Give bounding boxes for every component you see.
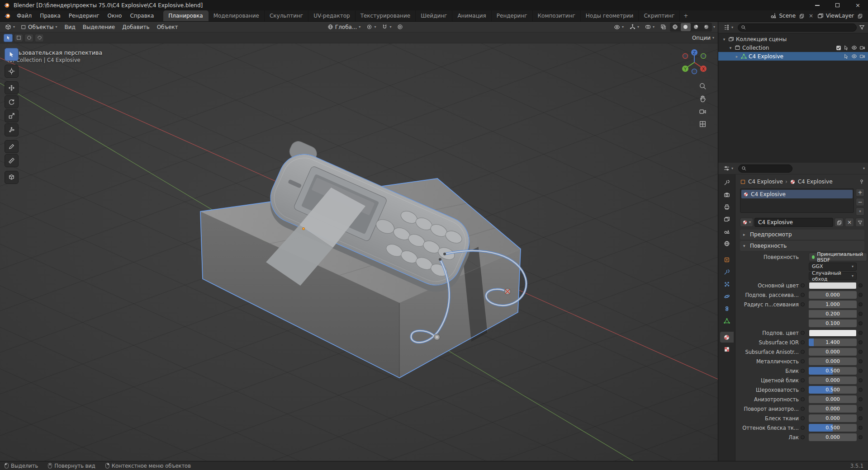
snap-toggle[interactable]: ▾	[379, 24, 394, 30]
workspace-tab[interactable]: Анимация	[452, 10, 491, 21]
new-viewlayer-button[interactable]	[856, 12, 863, 19]
socket-dot[interactable]	[801, 397, 805, 401]
value-slider[interactable]: 1.000	[809, 301, 857, 308]
value-slider[interactable]: 0.000	[809, 395, 857, 403]
outliner-row-collection[interactable]: ▾ Collection	[718, 43, 868, 52]
perspective-toggle-icon[interactable]	[699, 120, 707, 128]
decorator-dot[interactable]	[859, 416, 863, 420]
tool-annotate[interactable]	[5, 140, 19, 153]
value-slider[interactable]: 0.000	[809, 433, 857, 441]
hide-eye-icon[interactable]	[851, 53, 857, 59]
minimize-button[interactable]	[807, 0, 827, 10]
socket-dot[interactable]	[801, 378, 805, 382]
value-slider[interactable]: 0.500	[809, 386, 857, 394]
maximize-button[interactable]	[827, 0, 848, 10]
3d-scene[interactable]	[0, 43, 718, 461]
chevron-down-icon[interactable]: ▾	[713, 25, 715, 29]
decorator-dot[interactable]	[859, 302, 863, 306]
tool-rotate[interactable]	[5, 95, 19, 108]
disable-render-camera-icon[interactable]	[859, 45, 865, 51]
breadcrumb-material[interactable]: C4 Explosive	[798, 179, 833, 185]
slot-specials-button[interactable]: ▾	[856, 207, 864, 216]
pivot-point-selector[interactable]: ▾	[364, 24, 378, 30]
select-box-button[interactable]	[14, 34, 23, 42]
socket-dot[interactable]	[801, 407, 805, 411]
editor-type-button[interactable]: ▾	[3, 24, 17, 31]
workspace-tab[interactable]: Планировка	[163, 10, 208, 21]
shading-wireframe-button[interactable]	[670, 23, 680, 31]
socket-dot[interactable]	[801, 369, 805, 373]
close-button[interactable]: ×	[848, 0, 868, 10]
decorator-dot[interactable]	[859, 407, 863, 411]
pan-hand-icon[interactable]	[699, 95, 707, 103]
chevron-down-icon[interactable]: ▾	[863, 167, 865, 170]
tool-add-cube[interactable]	[5, 171, 19, 184]
socket-dot[interactable]	[801, 283, 805, 287]
select-lasso-button[interactable]	[35, 34, 44, 42]
scene-selector[interactable]: Scene ×	[770, 12, 815, 19]
menu-item[interactable]: Рендеринг	[65, 10, 104, 21]
enum-dropdown[interactable]: Случайный обход ▾	[809, 272, 857, 280]
breadcrumb-object[interactable]: C4 Explosive	[748, 179, 783, 185]
decorator-dot[interactable]	[859, 321, 863, 325]
workspace-tab[interactable]: Моделирование	[209, 10, 265, 21]
transform-orientation-selector[interactable]: Глоба... ▾	[325, 24, 363, 31]
decorator-dot[interactable]	[859, 426, 863, 430]
tab-world[interactable]	[720, 238, 734, 249]
pin-icon[interactable]	[859, 179, 864, 184]
c4-explosive-object[interactable]	[200, 139, 526, 378]
decorator-dot[interactable]	[859, 340, 863, 344]
tab-render[interactable]	[720, 189, 734, 200]
navigation-gizmo[interactable]: Z X Y	[680, 47, 709, 77]
gizmo-neg-z-axis[interactable]	[692, 69, 697, 74]
shading-solid-button[interactable]	[681, 23, 691, 31]
window-titlebar[interactable]: Blender [D:\блендер\проекты 75.0\C4 Expl…	[0, 0, 868, 10]
decorator-dot[interactable]	[859, 378, 863, 382]
viewport-menu-item[interactable]: Добавить	[119, 24, 153, 31]
selectable-icon[interactable]	[844, 45, 849, 51]
gizmo-neg-x-axis[interactable]	[683, 54, 688, 59]
tab-physics[interactable]	[720, 291, 734, 302]
checkbox-icon[interactable]	[836, 45, 841, 51]
expander-icon[interactable]: ▾	[722, 37, 726, 42]
socket-dot[interactable]	[801, 359, 805, 363]
overlays-toggle[interactable]: ▾	[643, 24, 657, 30]
select-circle-button[interactable]	[24, 34, 33, 42]
tool-3d-cursor[interactable]	[5, 65, 19, 78]
blender-menu-button[interactable]	[0, 10, 13, 21]
color-swatch[interactable]	[809, 329, 857, 337]
shading-rendered-button[interactable]	[702, 23, 711, 31]
expander-icon[interactable]: ▸	[735, 54, 739, 59]
zoom-icon[interactable]	[699, 82, 707, 90]
color-swatch[interactable]	[809, 282, 857, 289]
material-filter-button[interactable]	[855, 218, 864, 227]
socket-dot[interactable]	[801, 293, 805, 297]
workspace-tab[interactable]: Скульптинг	[265, 10, 308, 21]
enum-dropdown[interactable]: GGX ▾	[809, 263, 857, 271]
socket-dot[interactable]	[801, 426, 805, 430]
viewport-menu-item[interactable]: Выделение	[79, 24, 119, 31]
value-slider[interactable]: 0.000	[809, 291, 857, 299]
viewport-options-dropdown[interactable]: Опции ▾	[692, 35, 714, 41]
socket-dot[interactable]	[801, 331, 805, 335]
value-slider[interactable]: 0.500	[809, 424, 857, 432]
expander-icon[interactable]: ▾	[728, 46, 733, 50]
tab-object-data[interactable]	[720, 315, 734, 326]
value-slider[interactable]: 0.000	[809, 405, 857, 413]
value-slider[interactable]: 0.500	[809, 367, 857, 375]
copy-material-button[interactable]	[835, 218, 844, 227]
decorator-dot[interactable]	[859, 312, 863, 316]
workspace-tab[interactable]: Композитинг	[533, 10, 581, 21]
preview-section-header[interactable]: ▸ Предпросмотр	[740, 230, 864, 240]
tab-tool-settings[interactable]	[720, 177, 734, 188]
decorator-dot[interactable]	[859, 350, 863, 354]
socket-dot[interactable]	[801, 302, 805, 306]
workspace-tab[interactable]: UV-редактор	[308, 10, 355, 21]
decorator-dot[interactable]	[859, 397, 863, 401]
tab-scene[interactable]	[720, 226, 734, 237]
viewport-menu-item[interactable]: Вид	[61, 24, 79, 31]
proportional-editing-toggle[interactable]	[395, 24, 405, 30]
decorator-dot[interactable]	[859, 293, 863, 297]
menu-item[interactable]: Окно	[104, 10, 126, 21]
properties-search-input[interactable]	[738, 164, 792, 173]
